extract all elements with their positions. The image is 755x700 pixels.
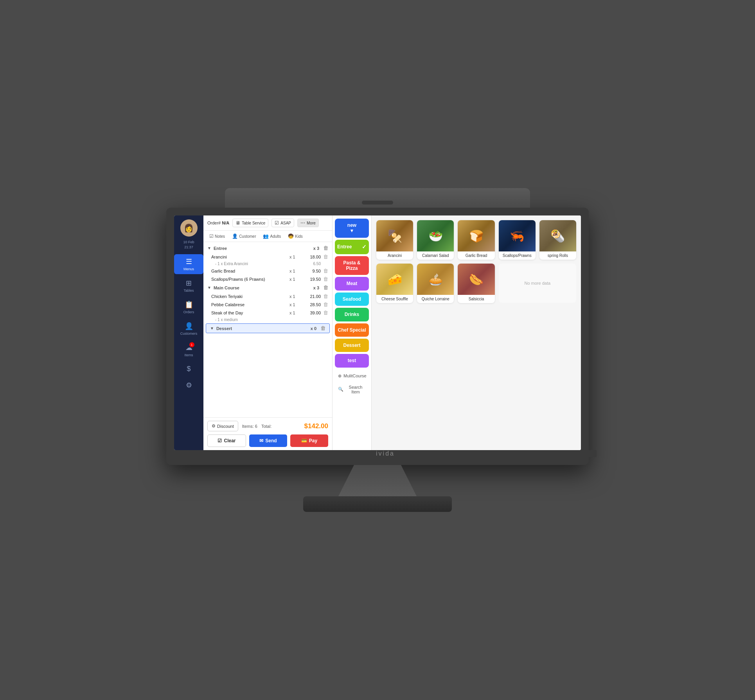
- more-button[interactable]: ⋯ More: [297, 219, 319, 227]
- search-item-button[interactable]: 🔍 Search Item: [335, 382, 369, 397]
- menu-extra: ⊕ MulitCourse 🔍 Search Item: [335, 371, 369, 397]
- send-button[interactable]: ✉ Send: [249, 434, 287, 447]
- order-item-pebbe[interactable]: Pebbe Calabrese x 1 28.50 🗑: [203, 300, 332, 309]
- discount-icon: ⚙: [212, 424, 216, 429]
- calamari-label: Calamari Salad: [417, 251, 454, 260]
- sidebar-item-settings[interactable]: ⚙: [174, 378, 203, 393]
- table-service-button[interactable]: 🖥 Table Service: [232, 219, 268, 227]
- orders-icon: 📋: [185, 300, 193, 309]
- total-label: Total:: [261, 424, 271, 429]
- category-drinks-button[interactable]: Drinks: [335, 308, 369, 321]
- sidebar-item-items[interactable]: ☁ 1 Items: [174, 340, 203, 360]
- items-badge: 1: [189, 342, 194, 347]
- order-list: ▼ Entree x 3 🗑 Arancini x 1 18.00 🗑 - 1 …: [203, 242, 332, 417]
- salsiccia-image: 🌭: [458, 264, 494, 295]
- adults-icon: 👥: [263, 233, 269, 239]
- monitor-screen: 👩 10 Feb 21:37 ☰ Menus ⊞ Tables 📋: [174, 215, 581, 450]
- delete-arancini-icon[interactable]: 🗑: [323, 254, 328, 260]
- sidebar-item-menus[interactable]: ☰ Menus: [174, 254, 203, 274]
- menu-items-grid: 🍢 Arancini 🥗 Calamari Salad 🍞 Garlic Bre…: [372, 215, 581, 450]
- adults-button[interactable]: 👥 Adults: [261, 233, 283, 240]
- order-item-chicken[interactable]: Chicken Teriyaki x 1 21.00 🗑: [203, 292, 332, 300]
- order-item-steak[interactable]: Steak of the Day x 1 39.00 🗑: [203, 309, 332, 317]
- category-dessert-button[interactable]: Dessert: [335, 339, 369, 352]
- delete-scallops-icon[interactable]: 🗑: [323, 276, 328, 282]
- order-item-scallops[interactable]: Scallops/Prawns (6 Prawns) x 1 19.50 🗑: [203, 275, 332, 283]
- menu-item-garlic-bread[interactable]: 🍞 Garlic Bread: [458, 220, 494, 260]
- datetime: 10 Feb 21:37: [183, 240, 194, 249]
- kids-button[interactable]: 🧒 Kids: [286, 233, 304, 240]
- sidebar-item-billing[interactable]: $: [174, 362, 203, 376]
- menu-item-scallops[interactable]: 🦐 Scallops/Prawns: [499, 220, 536, 260]
- delete-chicken-icon[interactable]: 🗑: [323, 293, 328, 299]
- delete-dessert-icon[interactable]: 🗑: [320, 325, 325, 331]
- notes-button[interactable]: ☑ Notes: [207, 233, 227, 240]
- chevron-down-icon: ▼: [210, 326, 214, 330]
- menu-item-arancini[interactable]: 🍢 Arancini: [376, 220, 413, 260]
- order-subitem-extra-arancini: - 1 x Extra Arancini 6.50: [203, 261, 332, 267]
- category-entree-button[interactable]: Entree ✓: [335, 240, 369, 254]
- delete-pebbe-icon[interactable]: 🗑: [323, 302, 328, 307]
- category-dessert-highlighted: ▼ Dessert x 0 🗑: [206, 323, 330, 333]
- tables-icon: ⊞: [186, 279, 192, 287]
- chevron-down-icon: ▼: [207, 246, 211, 250]
- salsiccia-label: Salsiccia: [458, 295, 494, 303]
- chevron-down-icon: ▼: [207, 285, 211, 290]
- sidebar: 👩 10 Feb 21:37 ☰ Menus ⊞ Tables 📋: [174, 215, 203, 450]
- sidebar-nav: ☰ Menus ⊞ Tables 📋 Orders 👤 Customers: [174, 254, 203, 393]
- delete-garlic-bread-icon[interactable]: 🗑: [323, 268, 328, 274]
- notes-icon: ☑: [209, 233, 214, 239]
- sidebar-item-orders[interactable]: 📋 Orders: [174, 297, 203, 317]
- delete-entree-icon[interactable]: 🗑: [323, 245, 328, 251]
- sidebar-item-tables[interactable]: ⊞ Tables: [174, 276, 203, 296]
- spring-rolls-label: spring Rolls: [539, 251, 576, 260]
- menu-panel: new ▼ Entree ✓ Pasta & Pizza Meat Seafoo…: [333, 215, 581, 450]
- quiche-image: 🥧: [417, 264, 454, 295]
- brand-label: ivida: [376, 450, 395, 457]
- customer-icon: 👤: [232, 233, 238, 239]
- monitor-neck: [338, 465, 417, 496]
- search-icon: 🔍: [338, 387, 343, 392]
- monitor-base: [303, 496, 452, 512]
- category-dessert: ▼ Dessert x 0 🗑: [206, 324, 329, 333]
- menu-item-salsiccia[interactable]: 🌭 Salsiccia: [458, 264, 494, 303]
- menu-item-calamari[interactable]: 🥗 Calamari Salad: [417, 220, 454, 260]
- menu-categories: new ▼ Entree ✓ Pasta & Pizza Meat Seafoo…: [333, 215, 372, 450]
- menu-item-quiche[interactable]: 🥧 Quiche Lorraine: [417, 264, 454, 303]
- totals-row: ⚙ Discount Items: 6 Total: $142.00: [207, 421, 328, 431]
- order-item-arancini[interactable]: Arancini x 1 18.00 🗑: [203, 253, 332, 261]
- category-chef-button[interactable]: Chef Special: [335, 323, 369, 337]
- menu-item-cheese-souffle[interactable]: 🧀 Cheese Souffle: [376, 264, 413, 303]
- pay-icon: 💳: [301, 438, 307, 443]
- items-count-label: Items: 6: [242, 424, 257, 429]
- scallops-label: Scallops/Prawns: [499, 251, 536, 260]
- category-seafood-button[interactable]: Seafood: [335, 293, 369, 306]
- souffle-image: 🧀: [376, 264, 413, 295]
- menus-icon: ☰: [186, 257, 192, 266]
- clear-icon: ☑: [218, 438, 222, 443]
- cheese-souffle-label: Cheese Souffle: [376, 295, 413, 303]
- arancini-image: 🍢: [376, 220, 413, 251]
- multicourse-button[interactable]: ⊕ MulitCourse: [335, 371, 369, 381]
- category-pasta-button[interactable]: Pasta & Pizza: [335, 256, 369, 275]
- items-grid: 🍢 Arancini 🥗 Calamari Salad 🍞 Garlic Bre…: [376, 220, 576, 303]
- checkmark-icon: ✓: [362, 244, 367, 250]
- monitor-top: [225, 188, 530, 208]
- category-new-button[interactable]: new ▼: [335, 219, 369, 238]
- order-item-garlic-bread[interactable]: Garlic Bread x 1 9.50 🗑: [203, 267, 332, 275]
- monitor-wrapper: 👩 10 Feb 21:37 ☰ Menus ⊞ Tables 📋: [162, 188, 593, 512]
- clear-button[interactable]: ☑ Clear: [207, 434, 246, 447]
- customer-button[interactable]: 👤 Customer: [230, 233, 258, 240]
- asap-button[interactable]: ☑ ASAP: [271, 219, 294, 227]
- sidebar-item-customers[interactable]: 👤 Customers: [174, 319, 203, 339]
- pay-button[interactable]: 💳 Pay: [290, 434, 328, 447]
- category-test-button[interactable]: test: [335, 354, 369, 367]
- menu-item-spring-rolls[interactable]: 🌯 spring Rolls: [539, 220, 576, 260]
- discount-button[interactable]: ⚙ Discount: [207, 421, 238, 431]
- plus-icon: ⊕: [338, 373, 342, 379]
- category-meat-button[interactable]: Meat: [335, 277, 369, 290]
- order-subheader: ☑ Notes 👤 Customer 👥 Adults 🧒 Kids: [203, 231, 332, 242]
- delete-steak-icon[interactable]: 🗑: [323, 310, 328, 316]
- monitor-bottom-bar: ivida: [174, 450, 597, 457]
- delete-main-icon[interactable]: 🗑: [323, 285, 328, 291]
